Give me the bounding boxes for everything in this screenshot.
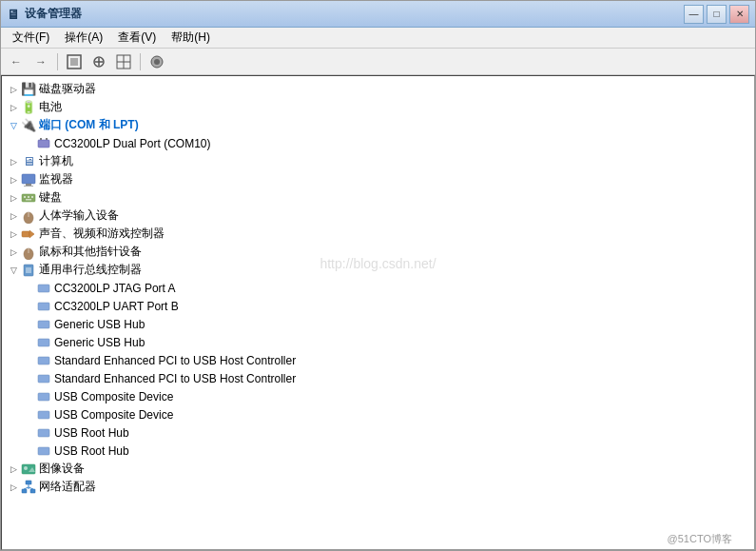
- menu-view[interactable]: 查看(V): [110, 28, 164, 48]
- toolbar-btn-6[interactable]: [145, 51, 168, 72]
- hid-label: 人体学输入设备: [39, 207, 119, 224]
- expand-battery[interactable]: ▷: [6, 100, 21, 115]
- expand-usb-c8: [21, 407, 36, 423]
- tree-item-usb-c9[interactable]: USB Root Hub: [2, 423, 754, 442]
- tree-item-image[interactable]: ▷ 图像设备: [2, 460, 754, 478]
- forward-button[interactable]: →: [29, 51, 52, 72]
- monitor-label: 监视器: [39, 171, 73, 187]
- menu-help[interactable]: 帮助(H): [164, 28, 218, 48]
- tree-item-usb-c2[interactable]: CC3200LP UART Port B: [2, 297, 754, 315]
- computer-label: 计算机: [39, 153, 73, 169]
- tree-item-usb-c10[interactable]: USB Root Hub: [2, 442, 754, 460]
- copyright-text: @51CTO博客: [668, 532, 732, 546]
- close-button[interactable]: ✕: [729, 5, 749, 24]
- monitor-icon: [21, 172, 36, 187]
- expand-usb-c2: [21, 299, 36, 314]
- back-button[interactable]: ←: [5, 51, 28, 72]
- battery-label: 电池: [39, 99, 62, 115]
- tree-item-usb-c8[interactable]: USB Composite Device: [2, 405, 754, 423]
- tree-item-disk[interactable]: ▷ 💾 磁盘驱动器: [2, 80, 754, 98]
- toolbar-btn-3[interactable]: [63, 51, 86, 72]
- toolbar: ← →: [1, 49, 755, 75]
- expand-computer[interactable]: ▷: [6, 154, 21, 169]
- tree-item-hid[interactable]: ▷ 人体学输入设备: [2, 207, 754, 225]
- expand-hid[interactable]: ▷: [6, 208, 21, 224]
- tree-item-mouse[interactable]: ▷ 鼠标和其他指针设备: [2, 243, 754, 261]
- battery-icon: 🔋: [21, 100, 36, 115]
- mouse-label: 鼠标和其他指针设备: [39, 244, 142, 260]
- hid-icon: [21, 208, 36, 224]
- svg-rect-10: [38, 140, 49, 148]
- title-bar: 🖥 设备管理器 — □ ✕: [1, 1, 755, 28]
- usb-c5-icon: [36, 353, 51, 368]
- svg-rect-44: [30, 489, 35, 493]
- minimize-button[interactable]: —: [684, 5, 704, 24]
- expand-disk[interactable]: ▷: [6, 82, 21, 97]
- title-text: 🖥 设备管理器: [7, 6, 82, 22]
- svg-rect-15: [24, 186, 33, 187]
- audio-icon: [21, 226, 36, 242]
- svg-rect-13: [22, 174, 35, 184]
- tree-item-keyboard[interactable]: ▷ 键盘: [2, 188, 754, 207]
- expand-mouse[interactable]: ▷: [6, 245, 21, 260]
- svg-rect-28: [26, 267, 31, 273]
- expand-usb[interactable]: ▽: [6, 263, 21, 278]
- usb-c5-label: Standard Enhanced PCI to USB Host Contro…: [54, 354, 296, 367]
- tree-item-usb-c6[interactable]: Standard Enhanced PCI to USB Host Contro…: [2, 369, 754, 387]
- usb-c4-icon: [36, 335, 51, 350]
- svg-rect-38: [38, 447, 49, 455]
- svg-rect-43: [22, 489, 27, 493]
- tree-item-usb-c4[interactable]: Generic USB Hub: [2, 333, 754, 351]
- toolbar-btn-4[interactable]: [87, 51, 110, 72]
- expand-monitor[interactable]: ▷: [6, 172, 21, 187]
- menu-file[interactable]: 文件(F): [5, 28, 57, 48]
- tree-item-usb-c1[interactable]: CC3200LP JTAG Port A: [2, 279, 754, 297]
- tree-item-usb-c3[interactable]: Generic USB Hub: [2, 315, 754, 333]
- computer-icon: 🖥: [21, 154, 36, 169]
- window-controls: — □ ✕: [684, 5, 749, 24]
- svg-rect-34: [38, 375, 49, 383]
- disk-label: 磁盘驱动器: [39, 81, 96, 97]
- expand-image[interactable]: ▷: [6, 462, 21, 477]
- svg-rect-35: [38, 393, 49, 401]
- tree-item-port[interactable]: ▽ 🔌 端口 (COM 和 LPT): [2, 116, 754, 134]
- expand-usb-c3: [21, 317, 36, 332]
- maximize-button[interactable]: □: [707, 5, 727, 24]
- menu-action[interactable]: 操作(A): [57, 28, 110, 48]
- menu-bar: 文件(F) 操作(A) 查看(V) 帮助(H): [1, 28, 755, 49]
- tree-item-port-child1[interactable]: CC3200LP Dual Port (COM10): [2, 134, 754, 152]
- usb-c7-label: USB Composite Device: [54, 390, 173, 403]
- svg-line-47: [29, 487, 33, 489]
- expand-usb-c5: [21, 353, 36, 368]
- usb-c1-label: CC3200LP JTAG Port A: [54, 282, 176, 295]
- main-area: http://blog.csdn.net/ ▷ 💾 磁盘驱动器 ▷ 🔋 电池 ▽…: [1, 75, 755, 550]
- svg-rect-30: [38, 303, 49, 310]
- tree-item-usb-c7[interactable]: USB Composite Device: [2, 387, 754, 405]
- svg-rect-20: [26, 199, 31, 201]
- tree-item-usb-c5[interactable]: Standard Enhanced PCI to USB Host Contro…: [2, 351, 754, 369]
- expand-audio[interactable]: ▷: [6, 226, 21, 242]
- toolbar-btn-5[interactable]: [112, 51, 135, 72]
- expand-port[interactable]: ▽: [6, 118, 21, 133]
- usb-c7-icon: [36, 389, 51, 404]
- usb-c9-icon: [36, 425, 51, 441]
- tree-item-battery[interactable]: ▷ 🔋 电池: [2, 98, 754, 116]
- usb-c10-icon: [36, 443, 51, 459]
- svg-rect-14: [26, 184, 31, 186]
- expand-network[interactable]: ▷: [6, 480, 21, 495]
- tree-item-computer[interactable]: ▷ 🖥 计算机: [2, 152, 754, 170]
- port-label: 端口 (COM 和 LPT): [39, 117, 139, 133]
- expand-usb-c9: [21, 425, 36, 441]
- toolbar-separator-1: [57, 53, 58, 70]
- expand-port-child1: [21, 136, 36, 151]
- device-tree[interactable]: http://blog.csdn.net/ ▷ 💾 磁盘驱动器 ▷ 🔋 电池 ▽…: [1, 75, 755, 550]
- expand-keyboard[interactable]: ▷: [6, 190, 21, 206]
- window-title: 设备管理器: [25, 6, 82, 22]
- tree-item-monitor[interactable]: ▷ 监视器: [2, 170, 754, 188]
- tree-item-usb[interactable]: ▽ 通用串行总线控制器: [2, 261, 754, 279]
- tree-item-audio[interactable]: ▷ 声音、视频和游戏控制器: [2, 225, 754, 243]
- usb-label: 通用串行总线控制器: [39, 262, 142, 278]
- tree-item-network[interactable]: ▷ 网络适配器: [2, 478, 754, 496]
- svg-rect-33: [38, 357, 49, 364]
- svg-point-40: [24, 466, 28, 470]
